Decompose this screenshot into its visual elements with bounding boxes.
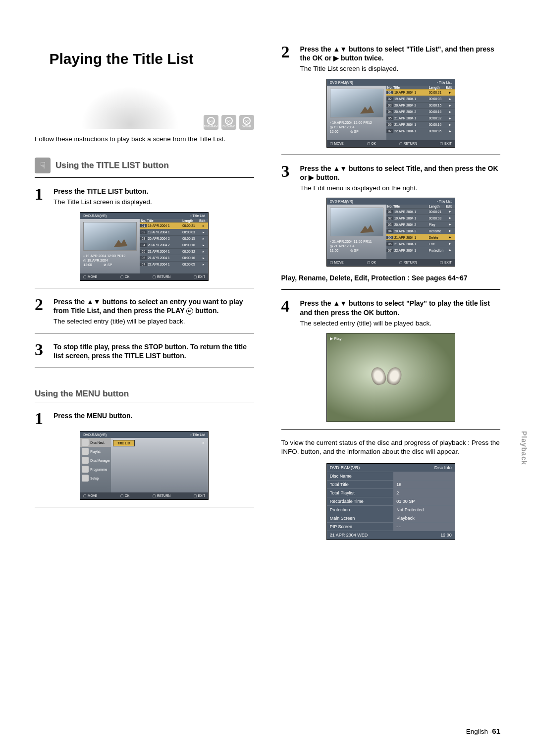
- right-step4-reg: The selected entry (title) will be playe…: [300, 319, 501, 328]
- table-row: 0521.APR.2004 100:00:32▸: [140, 248, 208, 255]
- table-row: 0219.APR.2004 100:00:03▸: [386, 215, 455, 221]
- section2-heading: Using the MENU button: [35, 389, 254, 399]
- step-number: 4: [281, 299, 295, 328]
- info-row: Total Title16: [327, 481, 455, 489]
- section1-heading: Using the TITLE LIST button: [55, 161, 169, 170]
- info-row: ProtectionNot Protected: [327, 506, 455, 514]
- table-row: 0119.APR.2004 100:00:21▸: [386, 89, 455, 96]
- dvd-rw-icon: ((•))DVD-RW: [221, 115, 236, 130]
- title-list-screenshot-2: DVD-RAM(VR)◦ Title List ▫ 19.APR.2004 12…: [326, 79, 455, 148]
- preview-thumbnail: [330, 208, 383, 236]
- table-row: 0521.APR.2004 100:00:32▸: [386, 115, 455, 121]
- right-step2-reg: The Title List screen is displayed.: [300, 64, 501, 73]
- step1-bold: Press the TITLE LIST button.: [54, 187, 254, 196]
- page-footer: English -61: [466, 727, 500, 735]
- step3-bold: To stop title play, press the STOP butto…: [54, 342, 254, 360]
- playback-screenshot: ▶ Play: [326, 333, 455, 422]
- table-row: 0420.APR.2004 2Rename▸: [386, 227, 455, 234]
- table-row: 0119.APR.2004 100:00:21▸: [386, 208, 455, 215]
- rule: [281, 155, 501, 155]
- play-indicator: ▶ Play: [330, 336, 342, 341]
- right-step2-bold: Press the ▲▼ buttons to select "Title Li…: [300, 45, 501, 62]
- menu-item: Disc Manager: [80, 456, 111, 465]
- info-row: Main ScreenPlayback: [327, 514, 455, 523]
- table-row: 0320.APR.2004 2Play▸: [386, 221, 455, 227]
- submenu-title-list: Title List: [113, 440, 135, 446]
- table-row: 0521.APR.2004 1Delete▸: [386, 234, 455, 240]
- step-number: 2: [281, 45, 295, 74]
- table-row: 0320.APR.2004 200:00:15▸: [140, 235, 208, 242]
- step-number: 1: [35, 411, 49, 427]
- rule: [281, 429, 501, 430]
- step-number: 1: [35, 187, 49, 207]
- info-row: Disc Name: [327, 472, 455, 481]
- table-row: 0722.APR.2004 100:00:05▸: [140, 261, 208, 268]
- disc-info-panel: DVD-RAM(VR)Disc Info Disc NameTotal Titl…: [326, 463, 455, 540]
- table-row: 0119.APR.2004 100:00:21▸: [140, 222, 208, 229]
- table-row: 0722.APR.2004 100:00:05▸: [386, 128, 455, 134]
- table-row: 0420.APR.2004 200:00:16▸: [386, 108, 455, 115]
- rule: [35, 402, 254, 402]
- menu-item: Playlist: [80, 447, 111, 456]
- table-row: 0420.APR.2004 200:00:16▸: [140, 242, 208, 248]
- rule: [35, 368, 254, 368]
- step1-reg: The Title List screen is displayed.: [54, 198, 254, 207]
- step-number: 3: [35, 342, 49, 360]
- preview-thumbnail: [83, 222, 137, 251]
- table-row: 0621.APR.2004 100:00:16▸: [140, 255, 208, 261]
- table-row: 0722.APR.2004 1Protection▸: [386, 247, 455, 253]
- menu-item: Setup: [80, 474, 111, 483]
- menu-item: Disc Navi.: [80, 438, 111, 447]
- table-row: 0320.APR.2004 200:00:15▸: [386, 102, 455, 108]
- step-number: 2: [35, 297, 49, 326]
- play-icon: ▸ı: [186, 308, 193, 315]
- intro-text: Follow these instructions to play back a…: [35, 135, 254, 144]
- menu-step1-bold: Press the MENU button.: [54, 411, 254, 420]
- cross-reference: Play, Rename, Delete, Edit, Protection :…: [281, 273, 501, 282]
- page-title: Playing the Title List: [49, 51, 193, 67]
- info-button-text: To view the current status of the disc a…: [281, 438, 501, 456]
- rule: [281, 289, 501, 290]
- dvd-r-icon: ((•))DVD-R: [239, 115, 254, 130]
- table-row: 0219.APR.2004 100:00:03▸: [386, 96, 455, 102]
- title-list-edit-screenshot: DVD-RAM(VR)◦ Title List ▫ 21.APR.2004 11…: [326, 198, 455, 267]
- info-row: Total Playlist2: [327, 489, 455, 497]
- step-number: 3: [281, 164, 295, 193]
- table-row: 0621.APR.2004 1Edit▸: [386, 240, 455, 247]
- step2-reg: The selected entry (title) will be playe…: [54, 317, 254, 326]
- step2-bold: Press the ▲▼ buttons to select an entry …: [54, 297, 254, 315]
- info-row: Recordable Time03:00 SP: [327, 497, 455, 506]
- rule: [35, 177, 254, 178]
- preview-thumbnail: [330, 89, 383, 117]
- right-step3-bold: Press the ▲▼ buttons to select Title, an…: [300, 164, 501, 182]
- title-list-screenshot-1: DVD-RAM(VR)◦ Title List ▫ 19.APR.2004 12…: [80, 212, 209, 281]
- right-step3-reg: The Edit menu is displayed on the right.: [300, 184, 501, 193]
- title-box: Playing the Title List: [35, 45, 208, 129]
- hand-icon: ☟: [35, 158, 51, 173]
- info-row: PIP Screen- -: [327, 523, 455, 531]
- rule: [35, 288, 254, 288]
- right-step4-bold: Press the ▲▼ buttons to select "Play" to…: [300, 299, 501, 317]
- menu-screenshot: DVD-RAM(VR)◦ Title List Disc Navi.Playli…: [80, 431, 209, 500]
- menu-item: Programme: [80, 465, 111, 474]
- table-row: 0621.APR.2004 100:00:16▸: [386, 121, 455, 128]
- rule: [35, 507, 254, 507]
- butterfly-image: [372, 367, 401, 389]
- side-tab-playback: Playback: [520, 431, 528, 465]
- rule: [35, 333, 254, 333]
- table-row: 0219.APR.2004 100:00:03▸: [140, 229, 208, 235]
